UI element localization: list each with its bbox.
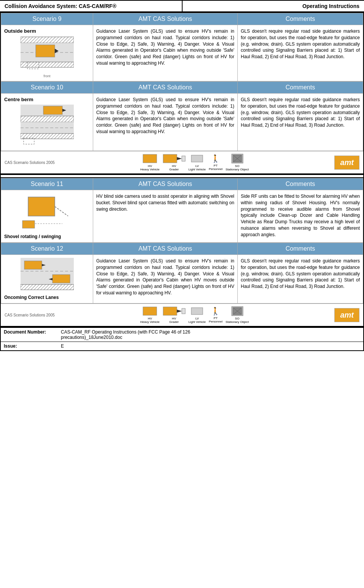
legend-so-label: SOStationary Object	[226, 164, 249, 171]
legend-hv-label-2: HVHeavy Vehicle	[140, 317, 160, 324]
scenario9-illus-label: Outside berm	[4, 28, 90, 34]
scenario11-comments: Side RF units can be fitted to Shovel fo…	[238, 190, 363, 243]
svg-rect-3	[21, 62, 74, 67]
grader-icon-2	[163, 306, 186, 316]
scenario12-comments-header: Comments	[238, 243, 363, 255]
scenario12-label: Scenario 12	[1, 243, 93, 255]
legend-pt-label: PTPersonnel	[209, 164, 223, 171]
svg-rect-41	[182, 308, 185, 314]
footer-document-value: CAS-CAM_RF Operating Instructions (with …	[61, 329, 360, 340]
legend-pt-label-2: PTPersonnel	[209, 316, 223, 323]
legend-so: SOStationary Object	[226, 154, 249, 171]
header-title-right: Operating Instructions	[183, 1, 364, 11]
scenario11-table: Scenario 11 AMT CAS Solutions Comments S…	[1, 178, 363, 243]
scenario10-label: Scenario 10	[1, 82, 93, 94]
legend-lv-2: LVLight Vehicle	[189, 306, 206, 324]
svg-rect-15	[21, 133, 74, 139]
svg-rect-26	[28, 197, 55, 216]
legend-grader-label-2: HVGrader	[169, 317, 179, 324]
scenario11-solutions: HV blind side camera used to assist oper…	[93, 190, 238, 243]
legend-pt-2: 🚶 PTPersonnel	[209, 307, 223, 323]
scenario10-solutions: Guidance Laser System (GLS) used to ensu…	[93, 94, 238, 151]
scenario9-content-row: Outside berm	[1, 25, 363, 81]
legend-icons-1: HVHeavy Vehicle HVGrader LVLight Vehicle	[140, 154, 249, 171]
scenario9-illus: Outside berm	[1, 25, 93, 81]
oncoming-svg	[21, 258, 74, 292]
legend-grader-2: HVGrader	[163, 306, 186, 324]
page-header: Collision Avoidance System: CAS-CAM/RF® …	[0, 0, 364, 12]
scenario10-comments-header: Comments	[238, 82, 363, 94]
so-icon	[231, 154, 243, 164]
svg-rect-17	[143, 154, 157, 163]
scenario10-solutions-header: AMT CAS Solutions	[93, 82, 238, 94]
scenario9-table: Scenario 9 AMT CAS Solutions Comments Ou…	[1, 13, 363, 81]
legend-hv-label: HVHeavy Vehicle	[140, 164, 160, 171]
header-title-left: Collision Avoidance System: CAS-CAM/RF®	[0, 1, 183, 11]
scenario12-solutions-header: AMT CAS Solutions	[93, 243, 238, 255]
svg-rect-4	[36, 45, 55, 57]
scenario12-illus-label: Oncoming Correct Lanes	[4, 295, 90, 300]
svg-rect-42	[191, 308, 203, 315]
legend-hv-2: HVHeavy Vehicle	[140, 306, 160, 324]
lv-icon-2	[191, 306, 203, 316]
person-icon: 🚶	[211, 154, 220, 163]
outside-berm-svg	[21, 36, 74, 72]
scenario9-comments: GLS doesn't require regular road side gu…	[238, 25, 363, 81]
scenario10-comments: GLS doesn't require regular road side gu…	[238, 94, 363, 151]
scenario10-table: Scenario 10 AMT CAS Solutions Comments C…	[1, 81, 363, 151]
svg-marker-19	[177, 157, 182, 160]
legend-lv-label: LVLight Vehicle	[189, 164, 206, 171]
footer: Document Number: CAS-CAM_RF Operating In…	[0, 327, 364, 351]
scenario9-label: Scenario 9	[1, 13, 93, 25]
scenario11-illus: Shovel rotating / swinging	[1, 190, 93, 243]
footer-document-label: Document Number:	[4, 329, 61, 340]
footer-issue-row: Issue: E	[1, 342, 363, 350]
footer-issue-label: Issue:	[4, 343, 61, 349]
svg-line-27	[55, 207, 68, 216]
amt-logo-2: amt	[334, 308, 359, 322]
svg-rect-18	[163, 154, 177, 163]
legend-lv: LVLight Vehicle	[189, 154, 206, 171]
shovel-svg	[21, 193, 74, 231]
scenario11-header-row: Scenario 11 AMT CAS Solutions Comments	[1, 178, 363, 190]
svg-rect-39	[163, 307, 177, 315]
scenario11-label: Scenario 11	[1, 178, 93, 190]
scenario10-illus-label: Centre berm	[4, 97, 90, 102]
svg-rect-33	[24, 261, 42, 269]
scenario9-solutions-header: AMT CAS Solutions	[93, 13, 238, 25]
legend-icons-2: HVHeavy Vehicle HVGrader LVLight Vehicle	[140, 306, 249, 324]
centre-berm-svg	[21, 105, 74, 146]
hv-icon	[143, 154, 157, 164]
legend-lv-label-2: LVLight Vehicle	[189, 317, 206, 324]
legend-grader-label: HVGrader	[169, 164, 179, 171]
hv-icon-2	[143, 306, 157, 316]
svg-rect-37	[21, 284, 74, 290]
svg-rect-0	[21, 37, 74, 43]
legend-so-label-2: SOStationary Object	[226, 317, 249, 324]
footer-issue-value: E	[61, 343, 360, 349]
svg-rect-12	[21, 116, 74, 122]
legend-caption-1: CAS Scenario Solutions 2005	[5, 161, 55, 165]
scenario12-comments: GLS doesn't require regular road side gu…	[238, 255, 363, 304]
scenario12-header-row: Scenario 12 AMT CAS Solutions Comments	[1, 243, 363, 255]
lv-icon	[191, 154, 203, 164]
scenario10-illus: Centre berm	[1, 94, 93, 151]
scenario9-solutions: Guidance Laser System (GLS) used to ensu…	[93, 25, 238, 81]
person-icon-2: 🚶	[211, 307, 220, 316]
svg-rect-28	[22, 221, 35, 228]
section-divider	[1, 174, 363, 178]
svg-rect-10	[43, 106, 62, 114]
svg-rect-38	[143, 307, 157, 315]
amt-logo-1: amt	[334, 156, 359, 170]
svg-rect-20	[182, 156, 185, 161]
scenario12-illus: Oncoming Correct Lanes	[1, 255, 93, 304]
svg-marker-40	[177, 310, 182, 313]
scenario11-comments-header: Comments	[238, 178, 363, 190]
scenario10-header-row: Scenario 10 AMT CAS Solutions Comments	[1, 82, 363, 94]
scenario11-illus-label: Shovel rotating / swinging	[4, 234, 90, 239]
legend-caption-2: CAS Scenario Solutions 2005	[5, 313, 55, 317]
scenario9-header-row: Scenario 9 AMT CAS Solutions Comments	[1, 13, 363, 25]
front-label: front	[4, 74, 90, 78]
svg-rect-21	[191, 155, 203, 162]
legend-pt: 🚶 PTPersonnel	[209, 154, 223, 171]
